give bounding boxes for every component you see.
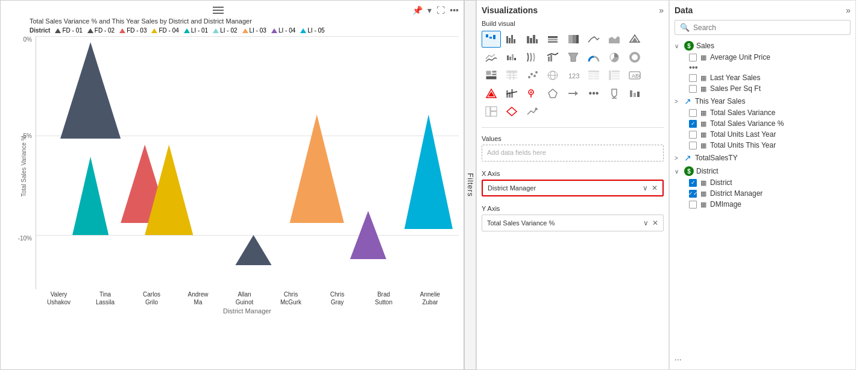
viz-icon-more-viz[interactable]: ••• xyxy=(584,85,603,102)
chevron-down-icon-sales[interactable]: ∨ xyxy=(675,43,682,49)
visualizations-panel: Visualizations » Build visual xyxy=(476,0,669,370)
svg-point-40 xyxy=(528,76,530,78)
viz-icon-gauge[interactable] xyxy=(584,49,603,66)
viz-icon-map-filled[interactable] xyxy=(625,31,644,48)
y-tick-10: -10% xyxy=(18,235,32,242)
search-box[interactable]: 🔍 xyxy=(675,20,851,35)
viz-icon-ribbon[interactable] xyxy=(523,49,542,66)
viz-icon-100pct-bar[interactable] xyxy=(564,31,583,48)
viz-icon-indicator[interactable] xyxy=(482,85,501,102)
more-options-icon[interactable]: ••• xyxy=(450,5,459,15)
viz-icon-map[interactable] xyxy=(543,67,562,84)
y-axis-chevron-icon[interactable]: ∨ xyxy=(643,219,649,227)
viz-icon-scatter[interactable] xyxy=(482,31,501,48)
chevron-down-icon-district[interactable]: ∨ xyxy=(675,168,682,175)
x-axis-chevron-icon[interactable]: ∨ xyxy=(643,184,648,192)
viz-icon-bar[interactable] xyxy=(502,31,521,48)
y-axis-close-icon[interactable]: ✕ xyxy=(652,219,658,227)
filters-tab[interactable]: Filters xyxy=(464,0,476,370)
y-axis-field[interactable]: Total Sales Variance % ∨ ✕ xyxy=(482,215,664,231)
viz-icon-treemap[interactable] xyxy=(482,67,501,84)
viz-icon-kpi[interactable]: 123 xyxy=(564,67,583,84)
viz-icon-arrows[interactable] xyxy=(523,103,542,120)
checkbox-dmimage[interactable] xyxy=(689,201,697,209)
svg-rect-24 xyxy=(548,57,550,61)
data-expand-icon[interactable]: » xyxy=(846,5,851,15)
tree-item-district[interactable]: ▦ District xyxy=(675,177,851,188)
checkbox-last-year-sales[interactable] xyxy=(689,74,697,82)
viz-icon-shape[interactable] xyxy=(543,85,562,102)
legend-label-li01: LI - 01 xyxy=(191,27,208,34)
x-axis-close-icon[interactable]: ✕ xyxy=(652,184,658,192)
svg-rect-51 xyxy=(588,75,593,77)
svg-rect-78 xyxy=(637,92,640,97)
tree-item-dmimage[interactable]: ▦ DMImage xyxy=(675,199,851,210)
checkbox-district-manager[interactable]: ✓ xyxy=(689,190,697,198)
viz-icon-donut[interactable] xyxy=(625,49,644,66)
viz-icon-pie[interactable] xyxy=(605,49,624,66)
tree-item-sales-per-sq-ft[interactable]: ▦ Sales Per Sq Ft xyxy=(675,83,851,94)
chart-menu-icon[interactable] xyxy=(213,7,224,14)
viz-icon-line[interactable] xyxy=(584,31,603,48)
viz-icon-card[interactable]: ABC xyxy=(625,67,644,84)
tree-section-header-total-sales-ty[interactable]: > ↗ TotalSalesTY xyxy=(675,152,851,164)
x-label-allan: AllanGuinot xyxy=(221,290,268,306)
tree-item-total-sales-variance[interactable]: ▦ Total Sales Variance xyxy=(675,107,851,118)
viz-icon-area[interactable] xyxy=(605,31,624,48)
svg-rect-31 xyxy=(492,71,497,73)
viz-icon-scatter-plot[interactable] xyxy=(523,67,542,84)
search-input[interactable] xyxy=(693,24,845,32)
chevron-icon-total-sales-ty[interactable]: > xyxy=(675,155,682,161)
tree-item-last-year-sales[interactable]: ▦ Last Year Sales xyxy=(675,72,851,83)
more-sales-items[interactable]: ••• xyxy=(675,63,851,72)
viz-icon-diamond[interactable] xyxy=(502,103,521,120)
tree-item-total-sales-variance-pct[interactable]: ▦ Total Sales Variance % xyxy=(675,118,851,129)
checkbox-total-units-this-year[interactable] xyxy=(689,142,697,149)
data-panel: Data » 🔍 ∨ $ Sales ▦ Average Unit Price … xyxy=(669,0,856,370)
checkbox-total-sales-variance[interactable] xyxy=(689,109,697,117)
legend-item-fd04: FD - 04 xyxy=(151,27,178,34)
x-axis-value: District Manager xyxy=(488,184,536,192)
viz-icon-geo[interactable] xyxy=(482,103,501,120)
viz-icon-map2[interactable] xyxy=(523,85,542,102)
viz-icon-matrix2[interactable] xyxy=(605,67,624,84)
viz-icon-matrix[interactable] xyxy=(502,67,521,84)
tree-section-header-district[interactable]: ∨ $ District xyxy=(675,165,851,177)
data-panel-bottom-dots: ... xyxy=(675,350,851,365)
pin-icon[interactable]: 📌 xyxy=(412,5,423,15)
viz-icon-line-stacked[interactable] xyxy=(482,49,501,66)
viz-expand-icon[interactable]: » xyxy=(659,5,664,15)
chevron-icon-this-year-sales[interactable]: > xyxy=(675,98,682,105)
tree-section-header-this-year-sales[interactable]: > ↗ This Year Sales xyxy=(675,95,851,107)
tree-item-total-units-last-year[interactable]: ▦ Total Units Last Year xyxy=(675,129,851,140)
chart-action-icons[interactable]: 📌 ▾ ⛶ ••• xyxy=(412,5,459,15)
viz-icon-funnel[interactable] xyxy=(564,49,583,66)
checkbox-total-sales-variance-pct[interactable] xyxy=(689,120,697,128)
expand-icon[interactable]: ⛶ xyxy=(436,5,445,15)
checkbox-avg-unit-price[interactable] xyxy=(689,54,697,61)
values-field-area[interactable]: Add data fields here xyxy=(482,145,664,161)
viz-icon-line-clustered[interactable] xyxy=(523,31,542,48)
tree-section-header-sales[interactable]: ∨ $ Sales xyxy=(675,40,851,52)
tree-item-total-units-this-year[interactable]: ▦ Total Units This Year xyxy=(675,140,851,151)
viz-icon-waterfall[interactable] xyxy=(502,49,521,66)
viz-icon-table[interactable] xyxy=(584,67,603,84)
tree-item-district-manager[interactable]: ✓ ▦ District Manager xyxy=(675,188,851,199)
viz-icon-stacked-bar[interactable] xyxy=(543,31,562,48)
filter-icon[interactable]: ▾ xyxy=(427,5,432,15)
viz-icon-combo[interactable] xyxy=(543,49,562,66)
viz-icon-bar-combo[interactable] xyxy=(502,85,521,102)
y-axis-value: Total Sales Variance % xyxy=(487,219,555,227)
checkbox-total-units-last-year[interactable] xyxy=(689,131,697,139)
x-axis-labels: ValeryUshakov TinaLassila CarlosGrilo An… xyxy=(36,290,459,306)
viz-icon-trophy[interactable] xyxy=(605,85,624,102)
svg-rect-48 xyxy=(588,71,599,72)
x-axis-field[interactable]: District Manager ∨ ✕ xyxy=(482,180,664,196)
checkbox-sales-per-sq-ft[interactable] xyxy=(689,85,697,93)
text-icon-district: ▦ xyxy=(700,179,706,187)
svg-rect-7 xyxy=(527,36,529,43)
tree-item-avg-unit-price[interactable]: ▦ Average Unit Price xyxy=(675,52,851,63)
viz-icon-custom[interactable] xyxy=(625,85,644,102)
checkbox-district[interactable] xyxy=(689,179,697,187)
viz-icon-arrow[interactable] xyxy=(564,85,583,102)
